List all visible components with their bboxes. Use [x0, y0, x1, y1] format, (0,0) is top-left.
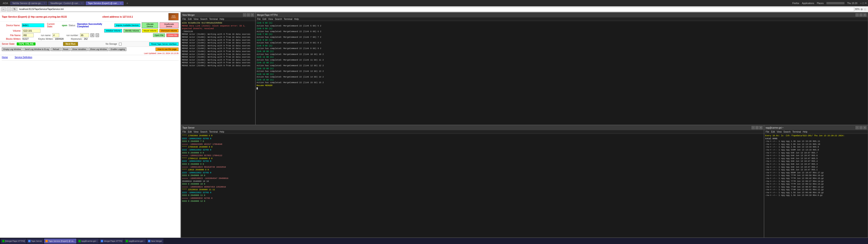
taskbar-item-merger-httpd-2[interactable]: Merger/Tape HTTPd	[99, 239, 124, 244]
npg-menu-help[interactable]: Help	[803, 130, 807, 133]
reload-btn[interactable]: Reload	[51, 48, 61, 51]
inquire-btn[interactable]: Inquire Available Devices	[114, 24, 140, 27]
initialize-btn[interactable]: Initialize Volume	[104, 29, 122, 33]
nm-menu-edit[interactable]: Edit	[188, 18, 192, 20]
npg-menu-file[interactable]: File	[766, 130, 769, 133]
footer-service-link[interactable]: Service Definition	[15, 56, 32, 59]
npg-close[interactable]: ×	[863, 126, 866, 129]
applications-menu[interactable]: Applications	[802, 2, 814, 4]
device-name-input[interactable]	[22, 23, 44, 27]
zoom-icon[interactable]: ⊕	[861, 8, 863, 11]
tape-server-minimize[interactable]: −	[752, 126, 755, 129]
url-bar[interactable]	[18, 7, 854, 11]
send-log-btn[interactable]: Send Log Window to ELog	[23, 48, 51, 51]
taskbar-item-tape-server[interactable]: Tape Server	[27, 239, 43, 244]
npg-menu-view[interactable]: View	[777, 130, 782, 133]
taskbar-item-npg-2[interactable]: npg@carme-gsi:~	[124, 239, 146, 244]
how-to-btn[interactable]: How to use this page	[156, 48, 179, 51]
terminal-line: ===== -1898558823 469947453 22528016	[182, 186, 763, 189]
taskbar-item-tape-service-active[interactable]: Tape Service (Expert) @ va...	[44, 239, 76, 244]
places-menu[interactable]: Places	[817, 2, 824, 4]
new-merger-close[interactable]: ×	[251, 13, 254, 17]
next-run-btn[interactable]: Next Run	[63, 42, 78, 46]
terminal-line: Action has completed: MergeCommand 22 (l…	[256, 25, 867, 28]
nm-menu-search[interactable]: Search	[200, 18, 208, 20]
dismount-btn[interactable]: Dismount Volume	[159, 29, 179, 33]
footer-home-link[interactable]: Home	[2, 56, 8, 59]
volume-input[interactable]	[22, 29, 40, 33]
show-log-btn[interactable]: Show Log Window	[88, 48, 108, 51]
run-name-input[interactable]	[53, 33, 59, 37]
window-minimize[interactable]: −	[860, 2, 862, 5]
tab-tape-service[interactable]: Tape Service (Expert) @ carr... ×	[86, 1, 124, 5]
close-file-btn[interactable]: Close File	[166, 33, 179, 37]
mt-menu-edit[interactable]: Edit	[262, 18, 266, 20]
ts-menu-edit[interactable]: Edit	[188, 130, 192, 133]
plus-btn[interactable]: +	[90, 33, 94, 37]
mt-menu-search[interactable]: Search	[275, 18, 282, 20]
taskbar-item-npg-1[interactable]: npg@carme-gsi:~	[77, 239, 99, 244]
deallocate-btn[interactable]: Deallocate Device	[160, 22, 179, 28]
reset-btn[interactable]: Reset	[61, 48, 70, 51]
new-merger-maximize[interactable]: □	[247, 13, 250, 17]
close-tab-1[interactable]: ×	[81, 2, 83, 4]
npg-menu-terminal[interactable]: Terminal	[793, 130, 801, 133]
merger-tape-window: Merger/Tape HTTPd − □ × File Edit View S…	[255, 12, 868, 125]
merger-tape-maximize[interactable]: □	[860, 13, 863, 17]
terminal-line: e22e 0x3a0bc23e 0x17d05a9a320d9de	[182, 22, 254, 25]
ts-menu-help[interactable]: Help	[219, 130, 224, 133]
mt-menu-help[interactable]: Help	[294, 18, 299, 20]
empty-log-btn[interactable]: Empty Log Window	[2, 48, 23, 51]
nm-menu-file[interactable]: File	[182, 18, 186, 20]
close-tab-0[interactable]: ×	[44, 2, 45, 4]
tab-newmerger[interactable]: NewMerger: Control @ carr... ×	[48, 1, 85, 5]
nm-menu-terminal[interactable]: Terminal	[209, 18, 218, 20]
minus-btn[interactable]: -	[96, 33, 99, 37]
ts-menu-view[interactable]: View	[193, 130, 198, 133]
window-maximize[interactable]: □	[863, 2, 864, 5]
terminal-line: MERGE Actor (31496): Working with 0 from…	[182, 41, 254, 44]
new-merger-minimize[interactable]: −	[243, 13, 246, 17]
mt-menu-file[interactable]: File	[257, 18, 260, 20]
ts-menu-search[interactable]: Search	[200, 130, 208, 133]
terminal-line: MERGE Actor (31496): Working with 0 from…	[182, 56, 254, 59]
npg-minimize[interactable]: −	[856, 126, 859, 129]
nm-menu-view[interactable]: View	[193, 18, 198, 20]
add-tab-button[interactable]: +	[125, 1, 130, 5]
allocate-btn[interactable]: Allocate Device	[142, 22, 158, 28]
npg-menu-edit[interactable]: Edit	[771, 130, 775, 133]
mt-menu-view[interactable]: View	[268, 18, 273, 20]
merger-tape-minimize[interactable]: −	[856, 13, 859, 17]
run-number-input[interactable]	[80, 33, 89, 37]
tape-server-close[interactable]: ×	[759, 126, 763, 129]
tab-netvar[interactable]: NetVar Service @ carme-go... ×	[10, 1, 47, 5]
file-name-input[interactable]	[22, 33, 34, 37]
window-close[interactable]: ×	[865, 2, 867, 5]
mount-btn[interactable]: Mount Volume	[142, 29, 158, 33]
no-storage-checkbox[interactable]	[119, 43, 122, 45]
nav-back[interactable]: ←	[1, 7, 6, 11]
npg-maximize[interactable]: □	[860, 126, 863, 129]
taskbar-item-new-merger[interactable]: New Merger	[147, 239, 163, 244]
enable-logging-btn[interactable]: Enable Logging	[109, 48, 127, 51]
terminal-line: -rw-r--r-- 1 npg npg 64K Jun 13 10:47 R6…	[765, 163, 867, 166]
bookmark-star[interactable]: ☆	[864, 7, 867, 11]
close-tab-2[interactable]: ×	[120, 2, 121, 4]
merger-tape-close[interactable]: ×	[863, 13, 866, 17]
ts-menu-terminal[interactable]: Terminal	[209, 130, 218, 133]
show-variables-btn[interactable]: Show Variables	[70, 48, 88, 51]
npg-menu-search[interactable]: Search	[783, 130, 791, 133]
reset-tape-btn[interactable]: Reset Tape Server Interface	[149, 42, 179, 46]
nm-menu-help[interactable]: Help	[219, 18, 224, 20]
nav-forward[interactable]: →	[7, 7, 11, 11]
taskbar-item-merger-httpd[interactable]: [Merger/Tape HTTPd]	[1, 239, 26, 244]
terminal-line: -rw-r--r-- 1 npg npg 64K Jun 13 10:47 R6…	[765, 160, 867, 163]
tape-server-maximize[interactable]: □	[755, 126, 758, 129]
ts-menu-file[interactable]: File	[182, 130, 186, 133]
mt-menu-terminal[interactable]: Terminal	[284, 18, 292, 20]
open-file-btn[interactable]: Open File	[153, 33, 165, 37]
identify-btn[interactable]: Identify Volume	[123, 29, 141, 33]
nav-reload[interactable]: ↻	[12, 7, 17, 11]
terminal-line: -rw-r--r-- 1 npg npg 2.0G Jun 13 13:15 R…	[765, 143, 867, 146]
kbytes-written-value: 1684928	[55, 38, 64, 40]
